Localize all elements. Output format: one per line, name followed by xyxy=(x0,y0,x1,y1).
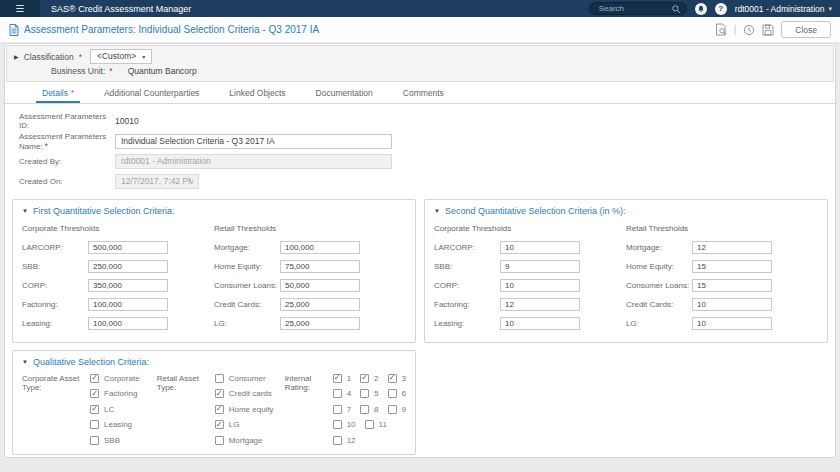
input-larcorp[interactable] xyxy=(500,241,580,254)
checkbox-1[interactable]: ✓ xyxy=(333,374,342,383)
form-row-name: Assessment Parameters Name: * xyxy=(19,131,835,151)
input-leasing[interactable] xyxy=(88,317,168,330)
qualitative-panel: ▼ Qualitative Selection Criteria: Corpor… xyxy=(12,350,416,455)
first-quant-title: First Quantitative Selection Criteria: xyxy=(33,206,175,216)
checkbox-item: 12 xyxy=(333,435,356,445)
checkbox-credit-cards[interactable]: ✓ xyxy=(215,389,224,398)
validate-button[interactable] xyxy=(715,23,727,36)
checkbox-7[interactable] xyxy=(333,405,342,414)
threshold-row: CORP: xyxy=(434,279,626,292)
checkbox-label: Mortgage xyxy=(229,436,263,445)
checkbox-factoring[interactable]: ✓ xyxy=(90,389,99,398)
name-input[interactable] xyxy=(115,134,392,149)
checkbox-label: Consumer xyxy=(229,374,266,383)
input-credit-cards[interactable] xyxy=(692,298,772,311)
checkbox-label: Corporate xyxy=(104,374,140,383)
app-title: SAS® Credit Assessment Manager xyxy=(51,4,191,14)
tab-documentation[interactable]: Documentation xyxy=(301,83,388,103)
checkbox-corporate[interactable]: ✓ xyxy=(90,374,99,383)
checkbox-label: 5 xyxy=(374,389,378,398)
notifications-button[interactable] xyxy=(695,3,707,15)
help-button[interactable]: ? xyxy=(715,3,727,15)
input-corp[interactable] xyxy=(500,279,580,292)
checkbox-11[interactable] xyxy=(365,420,374,429)
input-sbb[interactable] xyxy=(500,260,580,273)
input-sbb[interactable] xyxy=(88,260,168,273)
user-name: rdt0001 - Administration xyxy=(735,4,825,14)
checkbox-mortgage[interactable] xyxy=(215,436,224,445)
input-home-equity[interactable] xyxy=(280,260,360,273)
input-mortgage[interactable] xyxy=(692,241,772,254)
classification-dropdown[interactable]: <Custom> ▾ xyxy=(90,49,152,64)
history-button[interactable] xyxy=(743,24,755,36)
user-menu[interactable]: rdt0001 - Administration ▾ xyxy=(735,4,832,14)
input-credit-cards[interactable] xyxy=(280,298,360,311)
checkbox-12[interactable] xyxy=(333,436,342,445)
tab-label: Linked Objects xyxy=(229,88,285,98)
qualitative-header[interactable]: ▼ Qualitative Selection Criteria: xyxy=(13,351,415,370)
second-quant-header[interactable]: ▼ Second Quantitative Selection Criteria… xyxy=(425,200,827,219)
retail-asset-type-options: Consumer✓Credit cards✓Home equity✓LGMort… xyxy=(215,373,274,445)
save-button[interactable] xyxy=(762,24,774,36)
input-home-equity[interactable] xyxy=(692,260,772,273)
checkbox-4[interactable] xyxy=(333,389,342,398)
input-leasing[interactable] xyxy=(500,317,580,330)
input-consumer-loans[interactable] xyxy=(692,279,772,292)
tab-comments[interactable]: Comments xyxy=(388,83,459,103)
checkbox-label: 3 xyxy=(402,374,406,383)
checkbox-label: 7 xyxy=(347,405,351,414)
tab-linked-objects[interactable]: Linked Objects xyxy=(214,83,300,103)
checkbox-item: 8 xyxy=(360,404,378,414)
page-title: Assessment Parameters: Individual Select… xyxy=(24,24,319,35)
checkbox-2[interactable]: ✓ xyxy=(360,374,369,383)
input-factoring[interactable] xyxy=(88,298,168,311)
checkbox-consumer[interactable] xyxy=(215,374,224,383)
form-row-id: Assessment Parameters ID: 10010 xyxy=(19,111,835,131)
checkbox-label: Home equity xyxy=(229,405,274,414)
threshold-row: CORP: xyxy=(22,279,214,292)
checkbox-leasing[interactable] xyxy=(90,420,99,429)
threshold-row: Mortgage: xyxy=(626,241,818,254)
input-corp[interactable] xyxy=(88,279,168,292)
search-box xyxy=(589,2,687,15)
form-row-created-on: Created On: xyxy=(19,171,835,191)
checkbox-8[interactable] xyxy=(360,405,369,414)
checkbox-lc[interactable]: ✓ xyxy=(90,405,99,414)
checkbox-label: 1 xyxy=(347,374,351,383)
collapse-down-icon: ▼ xyxy=(22,359,28,365)
second-quant-corporate-col: Corporate Thresholds LARCORP:SBB:CORP:Fa… xyxy=(434,219,626,336)
tab-details[interactable]: Details* xyxy=(27,83,89,103)
field-label: Leasing: xyxy=(434,319,500,328)
field-label: Credit Cards: xyxy=(626,300,692,309)
checkbox-home-equity[interactable]: ✓ xyxy=(215,405,224,414)
first-quant-header[interactable]: ▼ First Quantitative Selection Criteria: xyxy=(13,200,415,219)
checkbox-3[interactable]: ✓ xyxy=(388,374,397,383)
qualitative-body: Corporate Asset Type: ✓Corporate✓Factori… xyxy=(13,370,415,454)
input-lg[interactable] xyxy=(280,317,360,330)
field-label: LARCORP: xyxy=(22,243,88,252)
input-larcorp[interactable] xyxy=(88,241,168,254)
close-button[interactable]: Close xyxy=(781,21,831,38)
checkbox-item: ✓1 xyxy=(333,373,351,383)
checkbox-sbb[interactable] xyxy=(90,436,99,445)
checkbox-10[interactable] xyxy=(333,420,342,429)
collapse-right-icon[interactable]: ▶ xyxy=(14,53,19,60)
threshold-row: SBB: xyxy=(22,260,214,273)
search-input[interactable] xyxy=(590,4,664,13)
checkbox-lg[interactable]: ✓ xyxy=(215,420,224,429)
input-lg[interactable] xyxy=(692,317,772,330)
classification-label: Classification xyxy=(24,52,74,62)
required-marker: * xyxy=(71,88,74,97)
required-marker: * xyxy=(45,141,48,151)
second-quant-corporate-fields: LARCORP:SBB:CORP:Factoring:Leasing: xyxy=(434,241,626,330)
qualitative-title: Qualitative Selection Criteria: xyxy=(33,357,149,367)
input-consumer-loans[interactable] xyxy=(280,279,360,292)
checkbox-9[interactable] xyxy=(388,405,397,414)
tab-additional-counterparties[interactable]: Additional Counterparties xyxy=(89,83,214,103)
checkbox-5[interactable] xyxy=(360,389,369,398)
input-factoring[interactable] xyxy=(500,298,580,311)
checkbox-6[interactable] xyxy=(388,389,397,398)
required-marker: * xyxy=(109,66,112,76)
menu-button[interactable]: ☰ xyxy=(0,0,40,17)
input-mortgage[interactable] xyxy=(280,241,360,254)
